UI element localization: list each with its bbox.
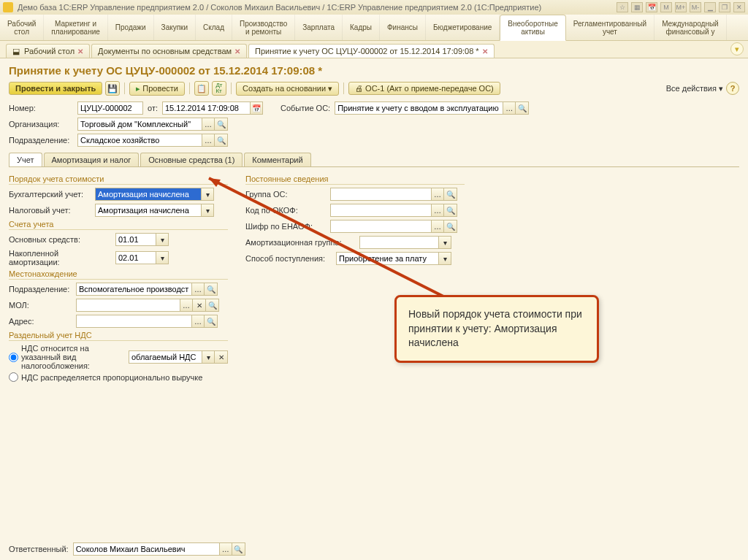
os1-button[interactable]: 🖨 ОС-1 (Акт о приеме-передаче ОС): [348, 82, 500, 95]
org-input[interactable]: [77, 118, 202, 131]
select-icon[interactable]: …: [431, 220, 444, 233]
select-icon[interactable]: …: [219, 542, 232, 556]
menu-budget[interactable]: Бюджетирование: [426, 15, 500, 40]
open-icon[interactable]: 🔍: [232, 542, 245, 556]
open-icon[interactable]: 🔍: [444, 188, 457, 201]
save-icon[interactable]: 💾: [105, 81, 120, 96]
dropdown-icon[interactable]: ▾: [201, 204, 214, 217]
vat-type-input[interactable]: [129, 350, 202, 364]
action-toolbar: Провести и закрыть 💾 ▸Провести 📋 ДтКт Со…: [9, 81, 739, 96]
select-icon[interactable]: …: [431, 188, 444, 201]
mol-label: МОЛ:: [9, 301, 72, 310]
menu-intl[interactable]: Международный финансовый у: [654, 15, 727, 40]
clear-icon[interactable]: ✕: [193, 299, 206, 312]
os-account-input[interactable]: [115, 233, 156, 246]
menu-purchases[interactable]: Закупки: [154, 15, 196, 40]
menu-production[interactable]: Производство и ремонты: [232, 15, 295, 40]
select-icon[interactable]: …: [191, 315, 205, 328]
menu-assets[interactable]: Внеоборотные активы: [500, 15, 565, 41]
menu-sales[interactable]: Продажи: [108, 15, 154, 40]
tab-current[interactable]: Принятие к учету ОС ЦУЦУ-000002 от 15.12…: [248, 44, 495, 58]
menu-finance[interactable]: Финансы: [380, 15, 426, 40]
group-os-input[interactable]: [330, 188, 431, 201]
okof-input[interactable]: [330, 204, 431, 217]
open-icon[interactable]: 🔍: [444, 204, 457, 217]
addr-input[interactable]: [76, 315, 191, 328]
division-label: Подразделение:: [9, 136, 73, 145]
fav-icon[interactable]: ☆: [617, 2, 628, 12]
clear-icon[interactable]: ✕: [215, 350, 228, 364]
window-titlebar: Демо база 1С:ERP Управление предприятием…: [0, 0, 748, 15]
acc-input[interactable]: [95, 188, 201, 201]
open-icon[interactable]: 🔍: [205, 315, 218, 328]
calc-icon[interactable]: 📅: [646, 2, 657, 12]
enaof-input[interactable]: [330, 220, 431, 233]
maximize-icon[interactable]: ❐: [719, 2, 730, 12]
close-icon[interactable]: ✕: [77, 47, 83, 55]
toolbar-icon[interactable]: ▦: [631, 2, 643, 12]
dropdown-icon[interactable]: ▾: [156, 251, 169, 264]
all-actions-link[interactable]: Все действия ▾: [666, 84, 723, 93]
calendar-icon[interactable]: 📅: [250, 101, 263, 115]
open-icon[interactable]: 🔍: [215, 134, 228, 147]
responsible-input[interactable]: [73, 542, 219, 556]
menu-warehouse[interactable]: Склад: [196, 15, 232, 40]
minimize-icon[interactable]: ▁: [704, 2, 716, 12]
dropdown-icon[interactable]: ▾: [201, 188, 214, 201]
m-btn[interactable]: M: [660, 2, 672, 12]
dropdown-icon[interactable]: ▾: [438, 236, 451, 249]
create-based-button[interactable]: Создать на основании ▾: [236, 82, 339, 96]
help-icon[interactable]: ?: [726, 82, 739, 95]
method-input[interactable]: [336, 252, 438, 265]
number-input[interactable]: [77, 101, 143, 115]
open-icon[interactable]: 🔍: [205, 283, 218, 296]
dropdown-icon[interactable]: ▾: [156, 233, 169, 246]
menu-hr[interactable]: Кадры: [343, 15, 380, 40]
enaof-label: Шифр по ЕНАОФ:: [245, 222, 326, 231]
select-icon[interactable]: …: [202, 118, 215, 131]
open-icon[interactable]: 🔍: [444, 220, 457, 233]
vat-radio-2[interactable]: [9, 372, 18, 382]
menu-desktop[interactable]: Рабочий стол: [0, 15, 44, 40]
vat-radio-1[interactable]: [9, 353, 18, 362]
select-icon[interactable]: …: [431, 204, 444, 217]
event-input[interactable]: [335, 101, 503, 115]
select-icon[interactable]: …: [180, 299, 193, 312]
loc-div-input[interactable]: [76, 283, 191, 296]
subtab-amortization[interactable]: Амортизация и налог: [44, 153, 140, 166]
menu-marketing[interactable]: Маркетинг и планирование: [44, 15, 107, 40]
menu-salary[interactable]: Зарплата: [295, 15, 343, 40]
select-icon[interactable]: …: [191, 283, 205, 296]
debit-credit-icon[interactable]: ДтКт: [212, 81, 226, 96]
mol-input[interactable]: [76, 299, 180, 312]
report-icon[interactable]: 📋: [194, 81, 209, 96]
division-input[interactable]: [77, 134, 202, 147]
open-icon[interactable]: 🔍: [516, 101, 529, 115]
dropdown-icon[interactable]: ▾: [438, 252, 451, 265]
select-icon[interactable]: …: [202, 134, 215, 147]
dropdown-icon[interactable]: ▾: [202, 350, 215, 364]
subtab-assets[interactable]: Основные средства (1): [140, 153, 243, 166]
confirm-close-button[interactable]: Провести и закрыть: [9, 82, 102, 95]
tab-desktop[interactable]: ⬓ Рабочий стол ✕: [6, 44, 90, 58]
close-icon[interactable]: ✕: [733, 2, 745, 12]
confirm-button[interactable]: ▸Провести: [129, 82, 185, 96]
tax-input[interactable]: [95, 204, 201, 217]
date-input[interactable]: [162, 101, 250, 115]
subtab-comment[interactable]: Комментарий: [244, 153, 310, 166]
favorites-toggle[interactable]: ▾: [730, 42, 744, 55]
m-plus-btn[interactable]: M+: [675, 2, 687, 12]
m-minus-btn[interactable]: M-: [690, 2, 701, 12]
open-icon[interactable]: 🔍: [206, 299, 219, 312]
amgrp-input[interactable]: [359, 236, 438, 249]
amort-account-input[interactable]: [115, 251, 156, 264]
close-icon[interactable]: ✕: [482, 47, 488, 55]
close-icon[interactable]: ✕: [234, 47, 240, 55]
open-icon[interactable]: 🔍: [215, 118, 228, 131]
method-label: Способ поступления:: [245, 254, 332, 263]
menu-reg-accounting[interactable]: Регламентированный учет: [566, 15, 654, 40]
tab-documents[interactable]: Документы по основным средствам ✕: [91, 44, 247, 58]
vat-radio-2-label: НДС распределяется пропорционально выруч…: [21, 373, 202, 382]
select-icon[interactable]: …: [503, 101, 516, 115]
subtab-accounting[interactable]: Учет: [9, 153, 42, 166]
